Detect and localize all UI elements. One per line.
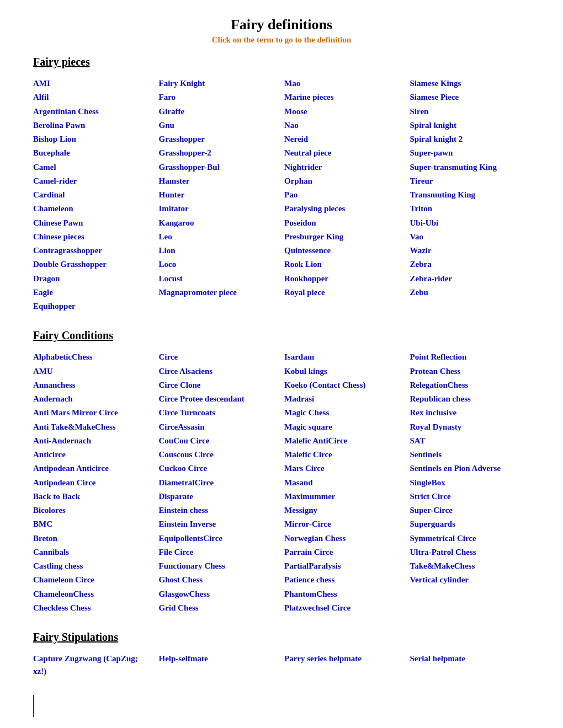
link-coucou-circe[interactable]: CouCou Circe <box>159 435 279 447</box>
link-presburger-king[interactable]: Presburger King <box>284 231 405 243</box>
link-maximummer[interactable]: Maximummer <box>284 490 405 503</box>
link-ultra-patrol-chess[interactable]: Ultra-Patrol Chess <box>410 546 530 559</box>
link-siamese-piece[interactable]: Siamese Piece <box>410 91 530 104</box>
link-camel-rider[interactable]: Camel-rider <box>33 175 153 188</box>
link-parrain-circe[interactable]: Parrain Circe <box>284 546 405 559</box>
link-republican-chess[interactable]: Republican chess <box>410 393 530 405</box>
link-cuckoo-circe[interactable]: Cuckoo Circe <box>159 462 279 475</box>
link-circe-turncoats[interactable]: Circe Turncoats <box>159 406 279 419</box>
link-glasgowchess[interactable]: GlasgowChess <box>159 588 279 601</box>
link-magnapromoter-piece[interactable]: Magnapromoter piece <box>159 286 279 299</box>
link-cannibals[interactable]: Cannibals <box>33 546 153 559</box>
link-siren[interactable]: Siren <box>410 105 530 118</box>
link-hamster[interactable]: Hamster <box>159 175 279 188</box>
link-circe-alsaciens[interactable]: Circe Alsaciens <box>159 365 279 378</box>
link-super-transmuting-king[interactable]: Super-transmuting King <box>410 161 530 174</box>
link-grasshopper-bul[interactable]: Grasshopper-Bul <box>159 161 279 174</box>
link-anti-take-makechess[interactable]: Anti Take&MakeChess <box>33 421 153 433</box>
link-breton[interactable]: Breton <box>33 532 153 545</box>
link-singlebox[interactable]: SingleBox <box>410 477 530 489</box>
link-ami[interactable]: AMI <box>33 77 153 90</box>
link-moose[interactable]: Moose <box>284 105 405 118</box>
link-berolina-pawn[interactable]: Berolina Pawn <box>33 119 153 132</box>
link-zebra-rider[interactable]: Zebra-rider <box>410 272 530 285</box>
link-help-selfmate[interactable]: Help-selfmate <box>159 652 279 665</box>
link-masand[interactable]: Masand <box>284 477 405 489</box>
link-rex-inclusive[interactable]: Rex inclusive <box>410 406 530 419</box>
link-rookhopper[interactable]: Rookhopper <box>284 272 405 285</box>
link-royal-dynasty[interactable]: Royal Dynasty <box>410 421 530 433</box>
link-symmetrical-circe[interactable]: Symmetrical Circe <box>410 532 530 545</box>
link-take-makechess[interactable]: Take&MakeChess <box>410 560 530 572</box>
link-annanchess[interactable]: Annanchess <box>33 379 153 392</box>
link-orphan[interactable]: Orphan <box>284 175 405 188</box>
link-spiral-knight-2[interactable]: Spiral knight 2 <box>410 133 530 146</box>
link-paralysing-pieces[interactable]: Paralysing pieces <box>284 202 405 215</box>
link-super-pawn[interactable]: Super-pawn <box>410 147 530 159</box>
link-giraffe[interactable]: Giraffe <box>159 105 279 118</box>
link-antipodean-circe[interactable]: Antipodean Circe <box>33 477 153 489</box>
link-circeassasin[interactable]: CirceAssasin <box>159 421 279 433</box>
link-wazir[interactable]: Wazir <box>410 244 530 257</box>
link-imitator[interactable]: Imitator <box>159 202 279 215</box>
link-camel[interactable]: Camel <box>33 161 153 174</box>
link-malefic-circe[interactable]: Malefic Circe <box>284 448 405 461</box>
link-pao[interactable]: Pao <box>284 189 405 201</box>
link-rook-lion[interactable]: Rook Lion <box>284 258 405 271</box>
link-point-reflection[interactable]: Point Reflection <box>410 351 530 363</box>
link-vertical-cylinder[interactable]: Vertical cylinder <box>410 574 530 586</box>
link-alfil[interactable]: Alfil <box>33 91 153 104</box>
link-cardinal[interactable]: Cardinal <box>33 189 153 201</box>
link-functionary-chess[interactable]: Functionary Chess <box>159 560 279 572</box>
link-parry-series-helpmate[interactable]: Parry series helpmate <box>284 652 405 665</box>
link-platzwechsel-circe[interactable]: Platzwechsel Circe <box>284 602 405 614</box>
link-andernach[interactable]: Andernach <box>33 393 153 405</box>
link-serial-helpmate[interactable]: Serial helpmate <box>410 652 530 665</box>
link-nereid[interactable]: Nereid <box>284 133 405 146</box>
link-patience-chess[interactable]: Patience chess <box>284 574 405 586</box>
link-norwegian-chess[interactable]: Norwegian Chess <box>284 532 405 545</box>
link-mars-circe[interactable]: Mars Circe <box>284 462 405 475</box>
link-fairy-knight[interactable]: Fairy Knight <box>159 77 279 90</box>
link-couscous-circe[interactable]: Couscous Circe <box>159 448 279 461</box>
link-circe[interactable]: Circe <box>159 351 279 363</box>
link-grasshopper[interactable]: Grasshopper <box>159 133 279 146</box>
link-locust[interactable]: Locust <box>159 272 279 285</box>
link-kobul-kings[interactable]: Kobul kings <box>284 365 405 378</box>
link-sat[interactable]: SAT <box>410 435 530 447</box>
link-grasshopper-2[interactable]: Grasshopper-2 <box>159 147 279 159</box>
link-superguards[interactable]: Superguards <box>410 518 530 531</box>
link-sentinels[interactable]: Sentinels <box>410 448 530 461</box>
link-back-to-back[interactable]: Back to Back <box>33 490 153 503</box>
link-koeko--contact-chess-[interactable]: Koeko (Contact Chess) <box>284 379 405 392</box>
link-chinese-pieces[interactable]: Chinese pieces <box>33 231 153 243</box>
link-chameleon[interactable]: Chameleon <box>33 202 153 215</box>
link-mao[interactable]: Mao <box>284 77 405 90</box>
link-chinese-pawn[interactable]: Chinese Pawn <box>33 217 153 229</box>
link-marine-pieces[interactable]: Marine pieces <box>284 91 405 104</box>
link-bmc[interactable]: BMC <box>33 518 153 531</box>
link-chameleonchess[interactable]: ChameleonChess <box>33 588 153 601</box>
link-grid-chess[interactable]: Grid Chess <box>159 602 279 614</box>
link-vao[interactable]: Vao <box>410 231 530 243</box>
link-zebu[interactable]: Zebu <box>410 286 530 299</box>
link-super-circe[interactable]: Super-Circe <box>410 504 530 517</box>
link-anti-andernach[interactable]: Anti-Andernach <box>33 435 153 447</box>
link-faro[interactable]: Faro <box>159 91 279 104</box>
link-malefic-anticirce[interactable]: Malefic AntiCirce <box>284 435 405 447</box>
link-equihopper[interactable]: Equihopper <box>33 300 153 313</box>
link-loco[interactable]: Loco <box>159 258 279 271</box>
link-disparate[interactable]: Disparate <box>159 490 279 503</box>
link-madrasi[interactable]: Madrasi <box>284 393 405 405</box>
link-equipollentscirce[interactable]: EquipollentsCirce <box>159 532 279 545</box>
link-anticirce[interactable]: Anticirce <box>33 448 153 461</box>
link-kangaroo[interactable]: Kangaroo <box>159 217 279 229</box>
link-diametralcirce[interactable]: DiametralCirce <box>159 477 279 489</box>
link-bicolores[interactable]: Bicolores <box>33 504 153 517</box>
link-einstein-inverse[interactable]: Einstein Inverse <box>159 518 279 531</box>
link-chameleon-circe[interactable]: Chameleon Circe <box>33 574 153 586</box>
link-poseidon[interactable]: Poseidon <box>284 217 405 229</box>
link-quintessence[interactable]: Quintessence <box>284 244 405 257</box>
link-transmuting-king[interactable]: Transmuting King <box>410 189 530 201</box>
link-checkless-chess[interactable]: Checkless Chess <box>33 602 153 614</box>
